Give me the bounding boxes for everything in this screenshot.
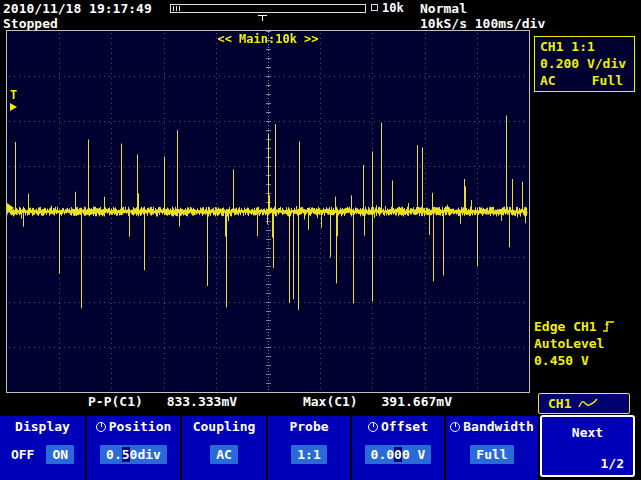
main-record-label: << Main:10k >>: [7, 32, 529, 46]
acquisition-status: Stopped: [3, 16, 58, 31]
measurement-readouts: P-P(C1) 833.333mV Max(C1) 391.667mV: [88, 394, 452, 409]
menu-title-offset: Offset: [352, 419, 444, 434]
knob-icon: [450, 422, 460, 432]
pp-measure-value: 833.333mV: [167, 394, 237, 409]
position-value-prefix: 0.: [106, 447, 122, 462]
sine-wave-icon: [578, 398, 598, 410]
oscilloscope-screen: 2010/11/18 19:17:49 Stopped 10k Normal 1…: [0, 0, 641, 480]
offset-value-suffix: 0 V: [402, 447, 425, 462]
channel1-position-marker-icon: [7, 203, 14, 213]
sample-rate-timebase: 10kS/s 100ms/div: [420, 16, 545, 31]
menu-item-coupling[interactable]: Coupling AC: [182, 416, 268, 480]
menu-title-position: Position: [87, 419, 180, 434]
display-off-option[interactable]: OFF: [11, 447, 34, 462]
trigger-level-arrow-icon: [10, 103, 17, 111]
bandwidth-title-label: Bandwidth: [463, 419, 533, 434]
menu-title-coupling: Coupling: [182, 419, 266, 434]
coupling-value[interactable]: AC: [210, 445, 238, 464]
menu-title-bandwidth: Bandwidth: [446, 419, 538, 434]
record-length: 10k: [382, 1, 404, 15]
channel1-coupling: AC: [540, 72, 556, 89]
menu-item-position[interactable]: Position 0.50div: [87, 416, 182, 480]
menu-title-probe: Probe: [268, 419, 350, 434]
pp-measure-label: P-P(C1): [88, 394, 143, 409]
position-value-suffix: 0div: [130, 447, 161, 462]
knob-icon: [96, 422, 106, 432]
trigger-level-mode: AutoLevel: [534, 335, 615, 352]
next-page-number: 1/2: [601, 456, 624, 471]
waveform-display: [7, 31, 529, 392]
trigger-position-marker-icon: [258, 15, 267, 22]
max-measure-value: 391.667mV: [382, 394, 452, 409]
next-label: Next: [542, 425, 633, 440]
next-page-button[interactable]: Next 1/2: [540, 415, 635, 477]
waveform-screen: << Main:10k >> T: [6, 30, 530, 393]
menu-title-display: Display: [0, 419, 85, 434]
display-title-label: Display: [15, 419, 70, 434]
offset-value-cursor: 0: [394, 447, 402, 462]
display-on-option[interactable]: ON: [46, 445, 74, 464]
menu-item-display[interactable]: Display OFF ON: [0, 416, 87, 480]
offset-value[interactable]: 0.000 V: [365, 445, 432, 464]
menu-item-offset[interactable]: Offset 0.000 V: [352, 416, 446, 480]
bandwidth-value[interactable]: Full: [470, 445, 513, 464]
probe-title-label: Probe: [289, 419, 328, 434]
knob-icon: [368, 422, 378, 432]
channel1-scale: 0.200 V/div: [540, 55, 629, 72]
position-value[interactable]: 0.50div: [100, 445, 167, 464]
channel1-tab-label: CH1: [548, 396, 571, 411]
max-measure-label: Max(C1): [303, 394, 358, 409]
coupling-title-label: Coupling: [193, 419, 256, 434]
rising-edge-icon: [602, 320, 615, 333]
trigger-type: Edge CH1: [534, 318, 597, 335]
softkey-menu: Display OFF ON Position 0.50div Coupling…: [0, 416, 538, 480]
menu-item-probe[interactable]: Probe 1:1: [268, 416, 352, 480]
offset-value-prefix: 0.0: [371, 447, 394, 462]
position-value-cursor: 5: [122, 447, 130, 462]
trigger-level-marker: T: [10, 89, 17, 101]
datetime: 2010/11/18 19:17:49: [3, 1, 152, 16]
channel1-bandwidth: Full: [592, 72, 623, 89]
position-title-label: Position: [109, 419, 172, 434]
channel1-info-box: CH1 1:1 0.200 V/div AC Full: [534, 36, 635, 92]
channel1-title: CH1 1:1: [540, 38, 629, 55]
menu-item-bandwidth[interactable]: Bandwidth Full: [446, 416, 538, 480]
offset-title-label: Offset: [381, 419, 428, 434]
channel1-menu-tab[interactable]: CH1: [538, 393, 630, 414]
acquisition-position-bar: [170, 4, 366, 13]
trigger-info: Edge CH1 AutoLevel 0.450 V: [534, 318, 615, 369]
trigger-mode: Normal: [420, 1, 467, 16]
record-length-icon: [371, 4, 378, 11]
probe-value[interactable]: 1:1: [291, 445, 326, 464]
trigger-level-value: 0.450 V: [534, 352, 615, 369]
